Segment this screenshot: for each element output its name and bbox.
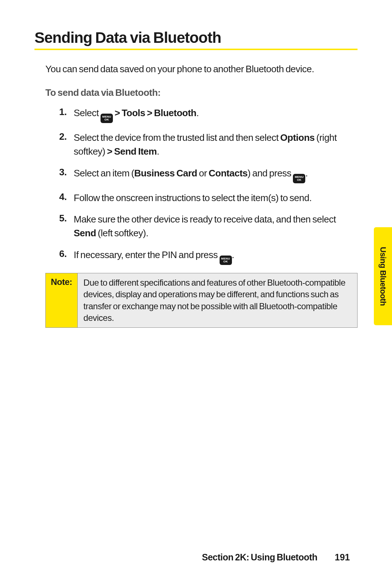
text-run: Select an item ( (74, 168, 134, 179)
step-text: Make sure the other device is ready to r… (74, 213, 358, 240)
note-label: Note: (46, 273, 78, 328)
step-text: If necessary, enter the PIN and press ME… (74, 248, 234, 265)
note-box: Note: Due to different specifications an… (45, 273, 358, 328)
bold-run: > Tools > Bluetooth (113, 107, 196, 118)
step-1: 1. Select MENUOK > Tools > Bluetooth. (59, 106, 358, 123)
footer-section-label: Section 2K: Using Bluetooth (202, 552, 317, 563)
side-tab-label: Using Bluetooth (378, 247, 388, 306)
key-label-bottom: OK (297, 179, 301, 181)
step-number: 1. (59, 106, 74, 118)
step-number: 5. (59, 213, 74, 224)
page-title: Sending Data via Bluetooth (34, 29, 358, 46)
menu-ok-key-icon: MENUOK (101, 114, 113, 123)
step-list: 1. Select MENUOK > Tools > Bluetooth. 2.… (59, 106, 358, 265)
note-content: Due to different specifications and feat… (78, 273, 357, 328)
text-run: Select (74, 107, 101, 118)
step-6: 6. If necessary, enter the PIN and press… (59, 248, 358, 265)
footer-page-number: 191 (335, 552, 350, 563)
bold-run: Contacts (209, 168, 248, 179)
text-run: . (157, 146, 159, 157)
step-number: 4. (59, 191, 74, 203)
step-text: Select MENUOK > Tools > Bluetooth. (74, 106, 199, 123)
key-label-bottom: OK (223, 260, 228, 263)
key-label-bottom: OK (105, 118, 109, 121)
step-2: 2. Select the device from the trusted li… (59, 131, 358, 158)
step-text: Select an item (Business Card or Contact… (74, 167, 308, 183)
step-text: Select the device from the trusted list … (74, 131, 358, 158)
step-number: 2. (59, 131, 74, 142)
text-run: . (196, 107, 199, 118)
bold-run: Options (280, 132, 315, 143)
step-text: Follow the onscreen instructions to sele… (74, 191, 312, 205)
title-underline (34, 49, 358, 50)
text-run: Make sure the other device is ready to r… (74, 214, 336, 225)
step-4: 4. Follow the onscreen instructions to s… (59, 191, 358, 205)
procedure-heading: To send data via Bluetooth: (45, 87, 358, 98)
step-3: 3. Select an item (Business Card or Cont… (59, 167, 358, 183)
document-page: Sending Data via Bluetooth You can send … (0, 0, 392, 588)
text-run: ) and press (248, 168, 293, 179)
text-run: Select the device from the trusted list … (74, 132, 280, 143)
intro-paragraph: You can send data saved on your phone to… (45, 62, 358, 75)
menu-ok-key-icon: MENUOK (293, 174, 305, 183)
text-run: . (305, 168, 308, 179)
step-number: 3. (59, 167, 74, 178)
bold-run: Send (74, 228, 96, 238)
text-run: or (197, 168, 209, 179)
menu-ok-key-icon: MENUOK (220, 256, 232, 265)
page-footer: Section 2K: Using Bluetooth 191 (202, 552, 350, 563)
bold-run: > Send Item (107, 146, 157, 157)
text-run: (left softkey). (96, 228, 148, 238)
step-number: 6. (59, 248, 74, 260)
step-5: 5. Make sure the other device is ready t… (59, 213, 358, 240)
text-run: If necessary, enter the PIN and press (74, 249, 220, 260)
bold-run: Business Card (134, 168, 197, 179)
section-side-tab: Using Bluetooth (374, 227, 392, 325)
text-run: . (232, 249, 234, 260)
